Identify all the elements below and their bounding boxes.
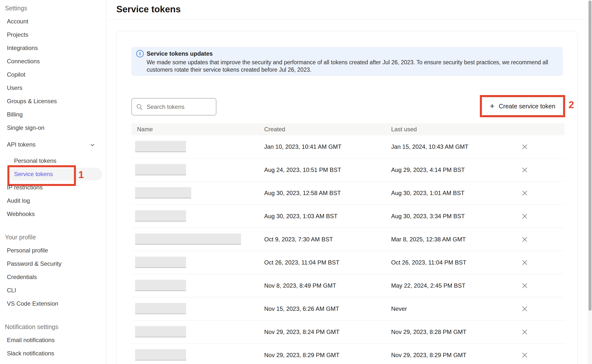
annotation-box-2: + Create service token [480, 95, 565, 117]
table-row: Nov 29, 2023, 8:29 PM GMT Nov 29, 2023, … [131, 344, 565, 364]
token-name-redacted [135, 280, 186, 291]
sidebar-item-webhooks[interactable]: Webhooks [0, 207, 106, 221]
sidebar-item-connections[interactable]: Connections [0, 55, 106, 68]
token-last-used: Aug 29, 2023, 4:14 PM BST [391, 158, 465, 182]
token-created: Nov 29, 2023, 8:24 PM GMT [264, 320, 339, 344]
table-row: Nov 15, 2023, 6:26 AM GMT Never [131, 297, 565, 320]
sidebar-item-billing[interactable]: Billing [0, 108, 106, 121]
scrollbar-thumb[interactable] [589, 0, 592, 311]
sidebar-item-ip-restrictions[interactable]: IP restrictions [0, 181, 106, 194]
create-service-token-button[interactable]: + Create service token [482, 97, 563, 115]
chevron-down-icon [90, 143, 94, 147]
token-created: Nov 15, 2023, 6:26 AM GMT [264, 297, 339, 320]
token-last-used: Never [391, 297, 407, 320]
token-last-used: Aug 30, 2023, 1:01 AM BST [391, 182, 465, 205]
settings-sidebar: Settings Account Projects Integrations C… [0, 0, 106, 364]
token-name-redacted [135, 164, 186, 175]
delete-token-button[interactable] [520, 142, 529, 151]
token-created: Nov 29, 2023, 8:29 PM GMT [264, 344, 339, 364]
service-tokens-page: Settings Account Projects Integrations C… [0, 0, 592, 364]
sidebar-item-api-tokens[interactable]: API tokens [0, 138, 106, 151]
column-header-last-used: Last used [391, 123, 417, 135]
sidebar-section-notification-settings: Notification settings [0, 320, 106, 333]
close-icon [522, 167, 528, 173]
sidebar-item-projects[interactable]: Projects [0, 28, 106, 41]
sidebar-item-copilot[interactable]: Copilot [0, 68, 106, 81]
close-icon [522, 283, 528, 289]
token-name-redacted [135, 303, 186, 314]
sidebar-item-groups-licenses[interactable]: Groups & Licenses [0, 95, 106, 108]
token-name-redacted [135, 257, 186, 268]
annotation-number-2: 2 [569, 100, 574, 110]
sidebar-item-credentials[interactable]: Credentials [0, 270, 106, 284]
delete-token-button[interactable] [520, 351, 529, 360]
sidebar-item-cli[interactable]: CLI [0, 284, 106, 297]
close-icon [522, 144, 528, 150]
sidebar-item-users[interactable]: Users [0, 81, 106, 95]
close-icon [522, 236, 528, 242]
token-created: Nov 8, 2023, 8:49 PM GMT [264, 274, 336, 297]
close-icon [522, 213, 528, 219]
sidebar-item-service-tokens[interactable]: Service tokens 1 [0, 167, 106, 181]
banner-title: Service tokens updates [147, 50, 213, 57]
annotation-number-1: 1 [78, 170, 84, 180]
token-created: Jan 10, 2023, 10:41 AM GMT [264, 135, 342, 158]
sidebar-item-label: Service tokens [14, 171, 53, 177]
delete-token-button[interactable] [520, 212, 529, 221]
table-header: Name Created Last used [131, 123, 565, 135]
delete-token-button[interactable] [520, 165, 529, 174]
sidebar-item-personal-profile[interactable]: Personal profile [0, 244, 106, 257]
table-row: Aug 30, 2023, 12:58 AM BST Aug 30, 2023,… [131, 182, 565, 205]
close-icon [522, 190, 528, 196]
token-name-redacted [135, 326, 186, 337]
sidebar-item-account[interactable]: Account [0, 15, 106, 28]
token-name-redacted [135, 141, 186, 152]
sidebar-section-settings: Settings [0, 1, 106, 15]
close-icon [522, 329, 528, 335]
token-last-used: Nov 29, 2023, 8:28 PM GMT [391, 320, 466, 344]
banner-body: We made some updates that improve the se… [147, 59, 552, 73]
close-icon [522, 306, 528, 312]
table-row: Oct 9, 2023, 7:30 AM BST Mar 8, 2025, 12… [131, 228, 565, 251]
table-row: Aug 30, 2023, 1:03 AM BST Aug 30, 2023, … [131, 205, 565, 228]
main-content: Service tokens i Service tokens updates … [106, 0, 592, 364]
table-row: Jan 10, 2023, 10:41 AM GMT Jan 15, 2024,… [131, 135, 565, 158]
table-row: Nov 29, 2023, 8:24 PM GMT Nov 29, 2023, … [131, 320, 565, 344]
token-table-body: Jan 10, 2023, 10:41 AM GMT Jan 15, 2024,… [131, 135, 565, 364]
title-divider [106, 19, 588, 20]
token-last-used: Mar 8, 2025, 12:38 AM GMT [391, 228, 466, 251]
token-created: Oct 26, 2023, 11:04 PM BST [264, 251, 339, 274]
search-box [131, 98, 216, 116]
sidebar-item-slack-notifications[interactable]: Slack notifications [0, 347, 106, 360]
delete-token-button[interactable] [520, 189, 529, 198]
delete-token-button[interactable] [520, 235, 529, 244]
delete-token-button[interactable] [520, 328, 529, 336]
search-input[interactable] [131, 98, 216, 116]
sidebar-item-personal-tokens[interactable]: Personal tokens [0, 154, 106, 167]
delete-token-button[interactable] [520, 258, 529, 267]
token-created: Aug 24, 2023, 10:51 PM BST [264, 158, 341, 182]
delete-token-button[interactable] [520, 304, 529, 313]
token-last-used: Nov 29, 2023, 8:29 PM GMT [391, 344, 466, 364]
info-icon: i [136, 50, 144, 57]
create-button-label: Create service token [499, 103, 555, 110]
sidebar-item-single-sign-on[interactable]: Single sign-on [0, 121, 106, 134]
token-name-redacted [135, 210, 186, 222]
token-created: Oct 9, 2023, 7:30 AM BST [264, 228, 333, 251]
service-tokens-card: i Service tokens updates We made some up… [116, 31, 577, 364]
table-row: Nov 8, 2023, 8:49 PM GMT May 22, 2024, 2… [131, 274, 565, 297]
close-icon [522, 260, 528, 265]
token-last-used: Aug 30, 2023, 3:34 PM BST [391, 205, 465, 228]
column-header-name: Name [137, 123, 153, 135]
page-title: Service tokens [116, 4, 181, 15]
sidebar-item-audit-log[interactable]: Audit log [0, 194, 106, 207]
sidebar-item-password-security[interactable]: Password & Security [0, 257, 106, 270]
token-last-used: Jan 15, 2024, 10:43 AM GMT [391, 135, 469, 158]
close-icon [522, 352, 528, 358]
scrollbar-track[interactable] [588, 0, 592, 364]
sidebar-item-vs-code-extension[interactable]: VS Code Extension [0, 297, 106, 310]
sidebar-item-integrations[interactable]: Integrations [0, 41, 106, 55]
sidebar-item-label: API tokens [7, 141, 35, 148]
sidebar-item-email-notifications[interactable]: Email notifications [0, 333, 106, 347]
delete-token-button[interactable] [520, 281, 529, 290]
